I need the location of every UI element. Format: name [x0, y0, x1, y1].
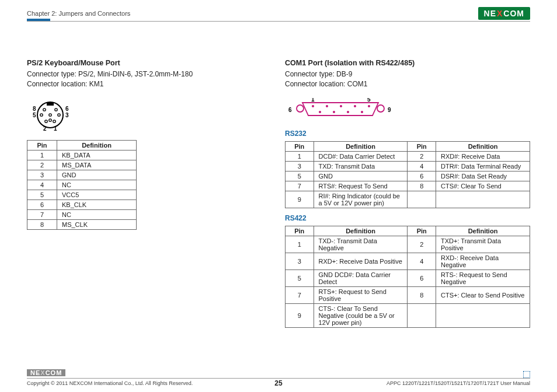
manual-title: APPC 1220T/1221T/1520T/1521T/1720T/1721T…	[387, 380, 530, 386]
brand-text-right: COM	[503, 9, 524, 18]
footer-logo: NEXCOM	[27, 369, 65, 376]
left-column: PS/2 Keyboard/Mouse Port Connector type:…	[27, 59, 265, 328]
right-column: COM1 Port (Isolation with RS422/485) Con…	[285, 59, 530, 328]
th-pin: Pin	[408, 141, 436, 151]
accent-bar	[27, 19, 50, 21]
brand-logo: NEXCOM	[478, 7, 530, 20]
table-row: 6KB_CLK	[27, 200, 137, 209]
rs422-label: RS422	[285, 214, 530, 222]
svg-point-2	[43, 108, 46, 111]
table-row: 5VCC5	[27, 190, 137, 200]
pin-label-8: 8	[33, 106, 36, 112]
rs232-label: RS232	[285, 130, 530, 138]
ps2-connector-type: Connector type: PS/2, Mini-DIN-6, JST-2.…	[27, 69, 265, 79]
pin-label-1: 1	[311, 98, 315, 103]
com1-title: COM1 Port (Isolation with RS422/485)	[285, 59, 530, 67]
svg-point-13	[312, 105, 314, 107]
ps2-diagram: 8 6 5 3 2 1	[27, 98, 265, 134]
table-row: 9RI#: Ring Indicator (could be a 5V or 1…	[286, 191, 530, 208]
svg-point-14	[326, 105, 328, 107]
page-number: 25	[274, 379, 282, 387]
svg-point-17	[368, 105, 370, 107]
com1-connector-type: Connector type: DB-9	[285, 69, 530, 79]
table-row: 1TXD-: Transmit Data Negative2TXD+: Tran…	[286, 236, 530, 253]
page-footer: NEXCOM Copyright © 2011 NEXCOM Internati…	[27, 368, 530, 386]
svg-point-16	[354, 105, 356, 107]
svg-point-15	[340, 105, 342, 107]
pin-label-6: 6	[288, 107, 292, 113]
th-pin: Pin	[286, 141, 314, 151]
pin-label-5: 5	[33, 112, 36, 118]
svg-point-18	[319, 111, 321, 113]
th-pin: Pin	[286, 226, 314, 236]
rs232-table: Pin Definition Pin Definition 1DCD#: Dat…	[285, 141, 530, 208]
svg-point-5	[58, 114, 60, 116]
svg-point-6	[45, 120, 47, 123]
table-row: 7RTS#: Request To Send8CTS#: Clear To Se…	[286, 181, 530, 191]
table-row: 1DCD#: Data Carrier Detect2RXD#: Receive…	[286, 151, 530, 161]
table-row: 1KB_DATA	[27, 150, 137, 160]
svg-rect-12	[377, 105, 384, 112]
svg-point-8	[49, 114, 51, 116]
th-def: Definition	[314, 141, 408, 151]
svg-point-4	[40, 114, 43, 116]
rs422-table: Pin Definition Pin Definition 1TXD-: Tra…	[285, 226, 530, 328]
pin-label-2: 2	[43, 125, 47, 132]
table-row: 5GND DCD#: Data Carrier Detect6RTS-: Req…	[286, 270, 530, 286]
svg-marker-10	[302, 103, 378, 116]
svg-point-3	[55, 108, 57, 111]
svg-point-21	[361, 111, 363, 113]
corner-marker-icon	[523, 371, 530, 378]
svg-point-9	[49, 119, 51, 121]
pin-label-6: 6	[65, 106, 69, 112]
table-row: 3RXD+: Receive Data Positive4RXD-: Recei…	[286, 253, 530, 270]
com1-connector-location: Connector location: COM1	[285, 79, 530, 89]
table-row: 7RTS+: Request to Send Positive8CTS+: Cl…	[286, 286, 530, 303]
th-def: Definition	[314, 226, 408, 236]
copyright-text: Copyright © 2011 NEXCOM International Co…	[27, 380, 193, 386]
svg-point-0	[37, 102, 63, 128]
table-row: 7NC	[27, 209, 137, 219]
pin-label-9: 9	[388, 107, 391, 113]
table-row: 4NC	[27, 180, 137, 190]
svg-point-20	[347, 111, 349, 113]
svg-rect-1	[47, 102, 54, 106]
svg-rect-11	[297, 105, 304, 112]
pin-label-5: 5	[367, 98, 371, 103]
db9-diagram: 1 5 6 9	[285, 98, 530, 124]
th-def: Definition	[436, 141, 530, 151]
table-row: 3GND	[27, 170, 137, 180]
brand-text-x: X	[496, 9, 503, 18]
th-pin: Pin	[408, 226, 436, 236]
table-row: 3TXD: Transmit Data4DTR#: Data Terminal …	[286, 161, 530, 171]
ps2-pin-table: Pin Definition 1KB_DATA 2MS_DATA 3GND 4N…	[27, 140, 137, 230]
table-row: 8MS_CLK	[27, 219, 137, 229]
th-pin: Pin	[27, 140, 57, 150]
pin-label-1: 1	[54, 125, 57, 132]
ps2-title: PS/2 Keyboard/Mouse Port	[27, 59, 265, 67]
th-def: Definition	[436, 226, 530, 236]
table-row: 9CTS-: Clear To Send Negative (could be …	[286, 303, 530, 327]
table-row: 2MS_DATA	[27, 160, 137, 170]
table-row: 5GND6DSR#: Data Set Ready	[286, 171, 530, 181]
chapter-title: Chapter 2: Jumpers and Connectors	[27, 10, 130, 17]
ps2-connector-location: Connector location: KM1	[27, 79, 265, 89]
svg-point-19	[333, 111, 335, 113]
th-def: Definition	[57, 140, 137, 150]
pin-label-3: 3	[65, 112, 69, 118]
brand-text-left: NE	[484, 9, 496, 18]
svg-point-7	[53, 120, 55, 123]
header-divider	[27, 21, 530, 22]
